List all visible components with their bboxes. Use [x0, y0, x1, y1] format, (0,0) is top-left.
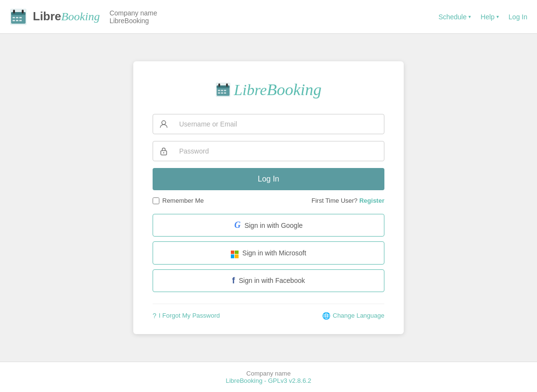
facebook-icon: f — [232, 276, 235, 286]
register-link[interactable]: Register — [359, 197, 384, 204]
chevron-down-icon: ▾ — [468, 14, 471, 19]
svg-rect-14 — [218, 84, 220, 87]
svg-rect-18 — [224, 90, 226, 91]
footer-version: LibreBooking - GPLv3 v2.8.6.2 — [8, 377, 529, 384]
svg-rect-8 — [13, 20, 15, 21]
logo-libre-text: Libre — [33, 10, 61, 24]
nav-schedule[interactable]: Schedule ▾ — [438, 13, 471, 21]
svg-rect-17 — [221, 90, 223, 91]
login-button[interactable]: Log In — [153, 168, 384, 190]
card-logo-inner: LibreBooking — [215, 81, 321, 99]
svg-rect-10 — [19, 20, 22, 21]
logo-script-text: Booking — [61, 10, 100, 24]
globe-icon: 🌐 — [322, 312, 330, 320]
svg-rect-9 — [16, 20, 18, 21]
lock-icon — [153, 147, 174, 155]
microsoft-icon — [231, 248, 239, 258]
svg-rect-7 — [19, 17, 22, 18]
username-input-group — [153, 114, 384, 134]
microsoft-signin-label: Sign in with Microsoft — [242, 249, 306, 257]
first-time-text: First Time User? — [311, 197, 357, 204]
page-footer: Company name LibreBooking - GPLv3 v2.8.6… — [0, 362, 537, 392]
svg-rect-21 — [224, 93, 226, 94]
svg-rect-4 — [22, 10, 24, 14]
header-logo-text: LibreBooking — [33, 10, 100, 24]
main-content: LibreBooking — [0, 34, 537, 362]
card-logo-text: LibreBooking — [234, 81, 321, 99]
card-script-text: Booking — [267, 81, 321, 98]
company-info: Company name LibreBooking — [110, 9, 157, 25]
forgot-password-text: I Forgot My Password — [159, 312, 220, 319]
nav-login[interactable]: Log In — [509, 13, 527, 21]
footer-company-name: Company name — [8, 370, 529, 377]
password-input-group — [153, 141, 384, 161]
microsoft-signin-button[interactable]: Sign in with Microsoft — [153, 241, 384, 265]
social-buttons: G Sign in with Google Sign in with Micro… — [153, 214, 384, 292]
header-company-booking: LibreBooking — [110, 17, 157, 25]
forgot-password-link[interactable]: ? I Forgot My Password — [153, 312, 220, 320]
card-logo-icon — [215, 82, 231, 98]
google-icon: G — [234, 220, 240, 230]
header-left: LibreBooking Company name LibreBooking — [10, 8, 157, 26]
nav-help-label: Help — [480, 13, 495, 21]
facebook-signin-label: Sign in with Facebook — [239, 277, 305, 284]
svg-rect-15 — [226, 84, 228, 87]
svg-rect-6 — [16, 17, 18, 18]
card-logo: LibreBooking — [153, 81, 384, 99]
remember-register-row: Remember Me First Time User? Register — [153, 197, 384, 204]
facebook-signin-button[interactable]: f Sign in with Facebook — [153, 269, 384, 292]
chevron-down-icon: ▾ — [496, 14, 499, 19]
username-input[interactable] — [174, 114, 384, 134]
svg-rect-16 — [218, 90, 220, 91]
change-language-link[interactable]: 🌐 Change Language — [322, 312, 384, 320]
remember-me-label[interactable]: Remember Me — [153, 197, 204, 204]
nav-login-label: Log In — [509, 13, 527, 21]
svg-rect-3 — [13, 10, 15, 14]
change-language-text: Change Language — [333, 312, 384, 319]
question-icon: ? — [153, 312, 156, 320]
header: LibreBooking Company name LibreBooking S… — [0, 0, 537, 34]
google-signin-label: Sign in with Google — [244, 222, 303, 229]
svg-rect-5 — [13, 17, 15, 18]
user-icon — [153, 120, 174, 128]
svg-point-24 — [163, 153, 164, 154]
header-company-name: Company name — [110, 9, 157, 17]
logo-icon — [10, 8, 27, 26]
nav-schedule-label: Schedule — [438, 13, 466, 21]
nav-help[interactable]: Help ▾ — [480, 13, 499, 21]
register-text: First Time User? Register — [311, 197, 384, 204]
svg-rect-19 — [218, 93, 220, 94]
remember-me-text: Remember Me — [162, 197, 204, 204]
svg-point-22 — [162, 121, 166, 125]
password-input[interactable] — [174, 141, 384, 161]
header-nav: Schedule ▾ Help ▾ Log In — [438, 13, 527, 21]
card-libre-text: Libre — [234, 81, 267, 98]
remember-me-checkbox[interactable] — [153, 197, 159, 204]
login-card: LibreBooking — [133, 61, 404, 334]
google-signin-button[interactable]: G Sign in with Google — [153, 214, 384, 237]
svg-rect-20 — [221, 93, 223, 94]
card-footer: ? I Forgot My Password 🌐 Change Language — [153, 304, 384, 320]
